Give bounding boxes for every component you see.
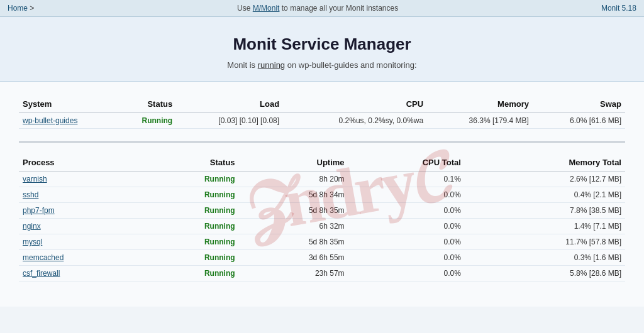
proc-name: mysql [19,234,142,250]
system-row: wp-bullet-guides Running [0.03] [0.10] [… [19,113,625,129]
page-title: Monit Service Manager [13,35,631,54]
proc-cpu: 0.0% [348,219,465,234]
top-nav: Home > Use M/Monit to manage all your Mo… [0,0,644,17]
proc-status: Running [142,266,239,281]
system-swap: 6.0% [61.6 MB] [533,113,625,129]
proc-memory: 1.4% [7.1 MB] [465,219,625,234]
mmonit-link[interactable]: M/Monit [253,4,280,13]
proc-name-link[interactable]: php7-fpm [23,206,55,215]
proc-name-link[interactable]: varnish [23,175,47,183]
proc-col-status: Status [142,153,239,172]
system-status: Running [116,113,176,129]
proc-memory: 0.4% [2.1 MB] [465,187,625,203]
system-load: [0.03] [0.10] [0.08] [176,113,283,129]
process-table: Process Status Uptime CPU Total Memory T… [19,153,625,281]
proc-name: varnish [19,172,142,187]
proc-status: Running [142,172,239,187]
proc-status: Running [142,187,239,203]
process-row: varnish Running 8h 20m 0.1% 2.6% [12.7 M… [19,172,625,187]
proc-cpu: 0.0% [348,203,465,219]
proc-memory: 5.8% [28.6 MB] [465,266,625,281]
breadcrumb: Home > [8,4,34,13]
proc-status: Running [142,234,239,250]
process-row: sshd Running 5d 8h 34m 0.0% 0.4% [2.1 MB… [19,187,625,203]
proc-col-uptime: Uptime [239,153,348,172]
proc-memory: 7.8% [38.5 MB] [465,203,625,219]
proc-name-link[interactable]: mysql [23,237,42,246]
proc-uptime: 23h 57m [239,266,348,281]
process-row: mysql Running 5d 8h 35m 0.0% 11.7% [57.8… [19,234,625,250]
proc-name: memcached [19,250,142,266]
proc-uptime: 8h 20m [239,172,348,187]
proc-status: Running [142,250,239,266]
proc-memory: 2.6% [12.7 MB] [465,172,625,187]
proc-name-link[interactable]: sshd [23,190,38,199]
proc-status: Running [142,219,239,234]
system-name-link[interactable]: wp-bullet-guides [23,116,77,125]
home-link[interactable]: Home [8,4,28,13]
system-table: System Status Load CPU Memory Swap wp-bu… [19,94,625,129]
proc-uptime: 5d 8h 34m [239,187,348,203]
running-link[interactable]: running [258,60,285,70]
proc-cpu: 0.0% [348,266,465,281]
process-row: php7-fpm Running 5d 8h 35m 0.0% 7.8% [38… [19,203,625,219]
system-col-status: Status [116,94,176,113]
version-link[interactable]: Monit 5.18 [601,4,636,13]
proc-uptime: 5d 8h 35m [239,234,348,250]
proc-name: sshd [19,187,142,203]
proc-name-link[interactable]: memcached [23,253,64,262]
proc-name: nginx [19,219,142,234]
system-col-cpu: CPU [283,94,427,113]
system-col-load: Load [176,94,283,113]
proc-memory: 0.3% [1.6 MB] [465,250,625,266]
center-message: Use M/Monit to manage all your Monit ins… [237,4,398,13]
version-label: Monit 5.18 [601,4,636,13]
proc-name-link[interactable]: csf_firewall [23,269,60,278]
proc-cpu: 0.0% [348,250,465,266]
proc-col-cpu: CPU Total [348,153,465,172]
proc-name: php7-fpm [19,203,142,219]
proc-name: csf_firewall [19,266,142,281]
header-section: Monit Service Manager Monit is running o… [0,17,644,82]
proc-cpu: 0.1% [348,172,465,187]
proc-col-memory: Memory Total [465,153,625,172]
header-subtitle: Monit is running on wp-bullet-guides and… [13,60,631,70]
proc-status: Running [142,203,239,219]
proc-memory: 11.7% [57.8 MB] [465,234,625,250]
section-divider [19,141,625,143]
proc-cpu: 0.0% [348,234,465,250]
system-col-swap: Swap [533,94,625,113]
process-row: memcached Running 3d 6h 55m 0.0% 0.3% [1… [19,250,625,266]
system-name: wp-bullet-guides [19,113,116,129]
main-content: 𝒵ndry𝓒 System Status Load CPU Memory Swa… [0,82,644,307]
system-col-memory: Memory [427,94,533,113]
proc-cpu: 0.0% [348,187,465,203]
system-cpu: 0.2%us, 0.2%sy, 0.0%wa [283,113,427,129]
proc-name-link[interactable]: nginx [23,222,41,231]
system-col-system: System [19,94,116,113]
proc-uptime: 3d 6h 55m [239,250,348,266]
proc-uptime: 5d 8h 35m [239,203,348,219]
system-memory: 36.3% [179.4 MB] [427,113,533,129]
proc-uptime: 6h 32m [239,219,348,234]
process-row: nginx Running 6h 32m 0.0% 1.4% [7.1 MB] [19,219,625,234]
proc-col-process: Process [19,153,142,172]
process-row: csf_firewall Running 23h 57m 0.0% 5.8% [… [19,266,625,281]
